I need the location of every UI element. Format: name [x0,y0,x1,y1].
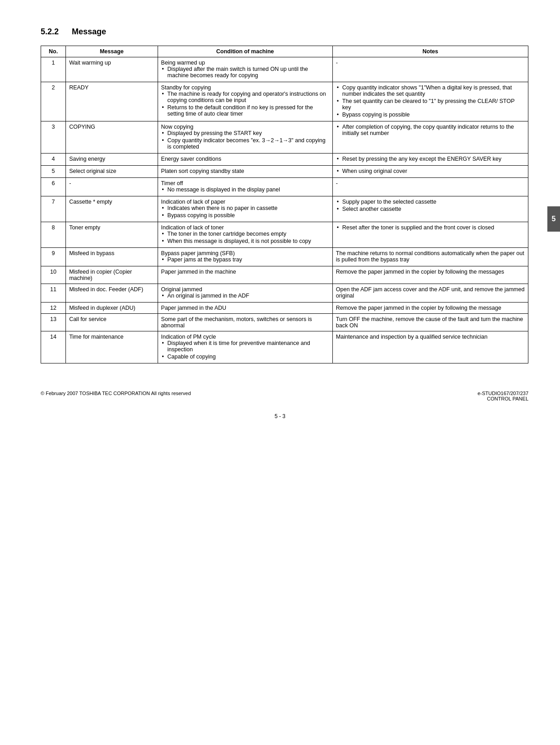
cell-no: 11 [41,284,66,303]
section-heading: Message [72,27,106,36]
footer-left: © February 2007 TOSHIBA TEC CORPORATION … [41,391,191,401]
cell-condition: Indication of lack of tonerThe toner in … [158,222,332,248]
table-row: 7Cassette * emptyIndication of lack of p… [41,196,528,222]
cell-notes: Remove the paper jammed in the copier by… [332,266,528,284]
cell-condition: Now copyingDisplayed by pressing the STA… [158,121,332,154]
cell-condition: Original jammedAn original is jammed in … [158,284,332,303]
cell-condition: Standby for copyingThe machine is ready … [158,82,332,121]
cell-message: Misfeed in doc. Feeder (ADF) [66,284,158,303]
cell-message: Time for maintenance [66,331,158,363]
cell-notes: Reset by pressing the any key except the… [332,154,528,166]
table-row: 9Misfeed in bypassBypass paper jamming (… [41,248,528,266]
header-condition: Condition of machine [158,46,332,57]
cell-no: 4 [41,154,66,166]
cell-no: 9 [41,248,66,266]
cell-condition: Energy saver conditions [158,154,332,166]
header-message: Message [66,46,158,57]
footer-right-line1: e-STUDIO167/207/237 [477,391,528,396]
cell-message: Cassette * empty [66,196,158,222]
cell-no: 8 [41,222,66,248]
header-notes: Notes [332,46,528,57]
header-no: No. [41,46,66,57]
cell-condition: Timer offNo message is displayed in the … [158,178,332,196]
cell-message: Saving energy [66,154,158,166]
cell-message: Misfeed in duplexer (ADU) [66,303,158,314]
cell-notes: Maintenance and inspection by a qualifie… [332,331,528,363]
table-row: 12Misfeed in duplexer (ADU)Paper jammed … [41,303,528,314]
cell-condition: Bypass paper jamming (SFB)Paper jams at … [158,248,332,266]
cell-notes: - [332,57,528,82]
cell-notes: Open the ADF jam access cover and the AD… [332,284,528,303]
cell-no: 2 [41,82,66,121]
table-row: 13Call for serviceSome part of the mecha… [41,314,528,331]
cell-no: 10 [41,266,66,284]
cell-message: Misfeed in copier (Copier machine) [66,266,158,284]
table-row: 2READYStandby for copyingThe machine is … [41,82,528,121]
table-row: 10Misfeed in copier (Copier machine)Pape… [41,266,528,284]
cell-no: 6 [41,178,66,196]
cell-no: 12 [41,303,66,314]
cell-no: 13 [41,314,66,331]
cell-notes: When using original cover [332,166,528,178]
cell-condition: Being warmed upDisplayed after the main … [158,57,332,82]
section-number: 5.2.2 [41,27,59,36]
table-row: 1Wait warming upBeing warmed upDisplayed… [41,57,528,82]
cell-no: 1 [41,57,66,82]
footer-right-line2: CONTROL PANEL [487,396,528,401]
cell-notes: Reset after the toner is supplied and th… [332,222,528,248]
footer-right: e-STUDIO167/207/237 CONTROL PANEL [477,391,528,401]
cell-condition: Indication of lack of paperIndicates whe… [158,196,332,222]
cell-message: COPYING [66,121,158,154]
cell-no: 7 [41,196,66,222]
cell-notes: - [332,178,528,196]
cell-condition: Paper jammed in the ADU [158,303,332,314]
cell-message: - [66,178,158,196]
cell-condition: Indication of PM cycleDisplayed when it … [158,331,332,363]
cell-notes: The machine returns to normal conditions… [332,248,528,266]
cell-no: 14 [41,331,66,363]
cell-message: Misfeed in bypass [66,248,158,266]
page-number: 5 - 3 [275,413,285,419]
table-row: 11Misfeed in doc. Feeder (ADF)Original j… [41,284,528,303]
cell-notes: After completion of copying, the copy qu… [332,121,528,154]
cell-no: 3 [41,121,66,154]
cell-message: Call for service [66,314,158,331]
cell-message: Select original size [66,166,158,178]
cell-condition: Platen sort copying standby state [158,166,332,178]
cell-message: Wait warming up [66,57,158,82]
table-row: 3COPYINGNow copyingDisplayed by pressing… [41,121,528,154]
table-row: 14Time for maintenanceIndication of PM c… [41,331,528,363]
side-tab: 5 [547,206,560,232]
page-container: 5 5.2.2 Message No. Message Condition of… [0,0,560,438]
footer: © February 2007 TOSHIBA TEC CORPORATION … [41,391,528,401]
cell-notes: Turn OFF the machine, remove the cause o… [332,314,528,331]
section-title: 5.2.2 Message [41,27,528,37]
cell-notes: Copy quantity indicator shows "1"When a … [332,82,528,121]
message-table: No. Message Condition of machine Notes 1… [41,46,528,363]
cell-no: 5 [41,166,66,178]
cell-message: READY [66,82,158,121]
table-row: 5Select original sizePlaten sort copying… [41,166,528,178]
cell-notes: Remove the paper jammed in the copier by… [332,303,528,314]
cell-notes: Supply paper to the selected cassetteSel… [332,196,528,222]
cell-condition: Some part of the mechanism, motors, swit… [158,314,332,331]
table-row: 8Toner emptyIndication of lack of tonerT… [41,222,528,248]
table-row: 6-Timer offNo message is displayed in th… [41,178,528,196]
cell-message: Toner empty [66,222,158,248]
table-row: 4Saving energyEnergy saver conditionsRes… [41,154,528,166]
cell-condition: Paper jammed in the machine [158,266,332,284]
